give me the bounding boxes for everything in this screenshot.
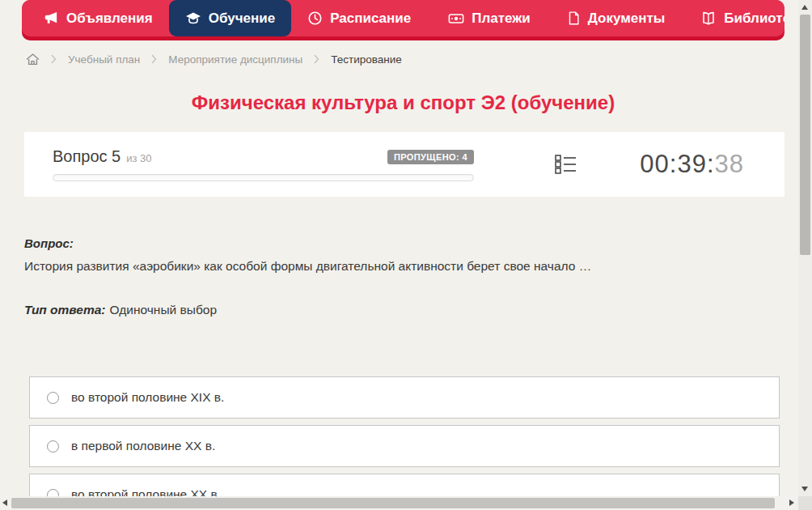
question-body: Вопрос: История развития «аэробики» как … [24,236,760,317]
breadcrumb-discipline-event[interactable]: Мероприятие дисциплины [168,53,302,66]
question-progress-bar [53,174,474,181]
vertical-scrollbar[interactable] [798,0,812,496]
question-prompt-text: История развития «аэробики» как особой ф… [24,259,760,274]
open-book-icon [700,11,717,27]
nav-item-label: Платежи [472,11,531,27]
question-prompt-label: Вопрос: [24,236,760,250]
answer-option-1[interactable]: во второй половине XIX в. [29,376,780,419]
nav-item-documents[interactable]: Документы [550,0,682,36]
radio-button-icon[interactable] [47,392,59,404]
clock-icon [307,11,323,26]
question-progress-block: Вопрос 5 из 30 ПРОПУЩЕНО: 4 [53,147,474,181]
nav-item-schedule[interactable]: Расписание [291,0,427,36]
skipped-badge: ПРОПУЩЕНО: 4 [387,150,474,164]
breadcrumb-current-testing: Тестирование [331,53,402,66]
answer-option-2[interactable]: в первой половине XX в. [29,425,780,467]
radio-button-icon[interactable] [47,440,59,453]
question-number: Вопрос 5 [53,147,121,166]
nav-item-label: Библиотека [724,11,785,27]
breadcrumb-separator-icon [51,54,57,64]
home-icon[interactable] [26,53,40,66]
nav-item-label: Обучение [209,11,275,27]
scroll-left-arrow-icon[interactable] [2,499,7,506]
timer-hhmm: 00:39: [640,150,714,178]
breadcrumb-study-plan[interactable]: Учебный план [68,53,140,66]
answer-option-label: в первой половине XX в. [71,439,215,453]
question-list-icon[interactable] [555,154,577,175]
answer-option-label: во второй половине XIX в. [71,390,224,405]
scroll-up-arrow-icon[interactable] [801,5,808,10]
nav-item-label: Документы [588,11,666,27]
nav-item-payments[interactable]: Платежи [432,0,547,36]
breadcrumb: Учебный план Мероприятие дисциплины Тест… [26,50,402,68]
document-icon [566,11,581,26]
nav-item-learning[interactable]: Обучение [169,0,291,36]
top-navbar-row: Объявления Обучение Расписание Платежи Д [22,0,785,36]
breadcrumb-separator-icon [151,54,157,64]
scrollbar-corner [798,496,812,510]
page-title: Физическая культура и спорт Э2 (обучение… [22,91,785,114]
question-total: из 30 [126,152,151,164]
nav-item-announcements[interactable]: Объявления [27,0,169,36]
answer-options: во второй половине XIX в. в первой полов… [29,376,780,510]
nav-item-library[interactable]: Библиотека [684,0,785,36]
timer: 00:39:38 [640,150,744,179]
scroll-down-arrow-icon[interactable] [801,487,808,491]
nav-item-label: Расписание [330,11,411,27]
megaphone-icon [44,11,59,26]
question-header-card: Вопрос 5 из 30 ПРОПУЩЕНО: 4 00:39:38 [24,132,785,197]
banknote-icon [448,11,464,27]
vertical-scrollbar-thumb[interactable] [800,15,810,255]
answer-type-row: Тип ответа:Одиночный выбор [24,303,760,317]
scroll-right-arrow-icon[interactable] [789,499,794,506]
horizontal-scrollbar-thumb[interactable] [11,498,775,508]
nav-item-label: Объявления [66,11,153,27]
timer-seconds: 38 [715,150,744,178]
answer-type-value: Одиночный выбор [110,303,218,317]
breadcrumb-separator-icon [314,54,319,64]
answer-type-label: Тип ответа: [24,303,106,317]
top-navbar: Объявления Обучение Расписание Платежи Д [22,0,785,40]
graduation-cap-icon [185,11,201,27]
horizontal-scrollbar[interactable] [0,496,798,510]
